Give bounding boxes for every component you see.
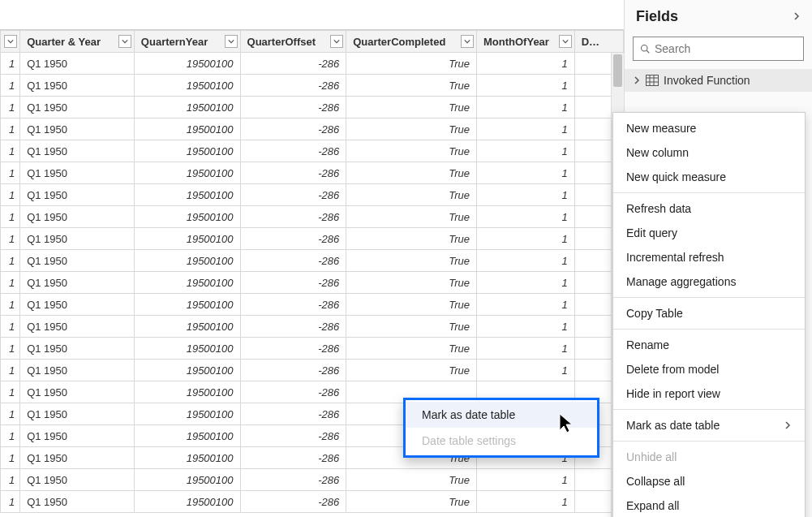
cell-quarter-completed[interactable]: True [346,316,477,338]
cell-month-of-year[interactable]: 1 [477,250,575,272]
cell-index[interactable]: 1 [1,228,20,250]
cell-quarter-year[interactable]: Q1 1950 [20,272,135,294]
cell-quarter-offset[interactable]: -286 [240,228,346,250]
cell-quarter-year[interactable]: Q1 1950 [20,206,135,228]
cell-quarter-offset[interactable]: -286 [240,403,346,425]
cell-quartern-year[interactable]: 19500100 [134,491,240,513]
table-row[interactable]: 1Q1 195019500100-286True1 [1,53,624,75]
menu-item-new-measure[interactable]: New measure [613,116,805,140]
cell-quarter-completed[interactable]: True [346,338,477,360]
cell-month-of-year[interactable]: 1 [477,294,575,316]
cell-index[interactable]: 1 [1,206,20,228]
cell-quartern-year[interactable]: 19500100 [134,75,240,97]
col-header-day-of[interactable]: DayOf [574,31,623,53]
submenu-mark-as-date-table[interactable]: Mark as date tableDate table settings [403,398,599,458]
table-row[interactable]: 1Q1 195019500100-286True1 [1,250,624,272]
cell-quartern-year[interactable]: 19500100 [134,469,240,491]
cell-quarter-year[interactable]: Q1 1950 [20,75,135,97]
cell-quarter-offset[interactable]: -286 [240,97,346,118]
cell-quarter-completed[interactable]: True [346,250,477,272]
cell-index[interactable]: 1 [1,184,20,206]
cell-quarter-offset[interactable]: -286 [240,272,346,294]
context-menu[interactable]: New measureNew columnNew quick measureRe… [612,112,806,517]
cell-quarter-year[interactable]: Q1 1950 [20,53,135,75]
cell-quarter-year[interactable]: Q1 1950 [20,162,135,184]
cell-index[interactable]: 1 [1,425,20,447]
cell-quartern-year[interactable]: 19500100 [134,184,240,206]
menu-item-copy-table[interactable]: Copy Table [613,301,805,325]
cell-month-of-year[interactable]: 1 [477,53,575,75]
menu-item-delete-from-model[interactable]: Delete from model [613,357,805,381]
table-row[interactable]: 1Q1 195019500100-286True1 [1,469,624,491]
cell-month-of-year[interactable]: 1 [477,360,575,381]
cell-quartern-year[interactable]: 19500100 [134,118,240,140]
cell-quarter-offset[interactable]: -286 [240,381,346,403]
filter-button[interactable] [461,35,474,48]
cell-month-of-year[interactable]: 1 [477,491,575,513]
filter-button[interactable] [4,35,17,48]
cell-month-of-year[interactable]: 1 [477,228,575,250]
cell-quarter-year[interactable]: Q1 1950 [20,403,135,425]
cell-quarter-offset[interactable]: -286 [240,53,346,75]
filter-button[interactable] [330,35,343,48]
cell-quarter-offset[interactable]: -286 [240,162,346,184]
cell-quarter-completed[interactable]: True [346,162,477,184]
submenu-item-mark-as-date-table[interactable]: Mark as date table [406,402,597,428]
cell-index[interactable]: 1 [1,53,20,75]
menu-item-refresh-data[interactable]: Refresh data [613,196,805,221]
table-row[interactable]: 1Q1 195019500100-286True1 [1,272,624,294]
cell-quarter-completed[interactable]: True [346,118,477,140]
cell-index[interactable]: 1 [1,403,20,425]
cell-quarter-year[interactable]: Q1 1950 [20,184,135,206]
cell-quarter-year[interactable]: Q1 1950 [20,338,135,360]
cell-index[interactable]: 1 [1,97,20,118]
cell-quarter-offset[interactable]: -286 [240,447,346,469]
cell-quarter-year[interactable]: Q1 1950 [20,469,135,491]
cell-quarter-year[interactable]: Q1 1950 [20,228,135,250]
cell-index[interactable]: 1 [1,272,20,294]
cell-month-of-year[interactable]: 1 [477,469,575,491]
cell-month-of-year[interactable]: 1 [477,272,575,294]
cell-index[interactable]: 1 [1,118,20,140]
cell-quartern-year[interactable]: 19500100 [134,97,240,118]
cell-quartern-year[interactable]: 19500100 [134,228,240,250]
search-box[interactable] [633,37,804,61]
cell-quartern-year[interactable]: 19500100 [134,381,240,403]
table-row[interactable]: 1Q1 195019500100-286True1 [1,75,624,97]
table-row[interactable]: 1Q1 195019500100-286True1 [1,316,624,338]
cell-quartern-year[interactable]: 19500100 [134,360,240,381]
cell-index[interactable]: 1 [1,162,20,184]
menu-item-collapse-all[interactable]: Collapse all [613,469,805,493]
table-row[interactable]: 1Q1 195019500100-286True1 [1,228,624,250]
table-row[interactable]: 1Q1 195019500100-286True1 [1,118,624,140]
cell-quartern-year[interactable]: 19500100 [134,294,240,316]
table-row[interactable]: 1Q1 195019500100-286True1 [1,140,624,162]
cell-quarter-year[interactable]: Q1 1950 [20,360,135,381]
menu-item-expand-all[interactable]: Expand all [613,493,805,517]
cell-quarter-offset[interactable]: -286 [240,469,346,491]
cell-quarter-completed[interactable]: True [346,491,477,513]
cell-quartern-year[interactable]: 19500100 [134,425,240,447]
cell-quarter-year[interactable]: Q1 1950 [20,425,135,447]
table-row[interactable]: 1Q1 195019500100-286True1 [1,97,624,118]
filter-button[interactable] [118,35,131,48]
cell-quarter-completed[interactable]: True [346,228,477,250]
cell-quarter-completed[interactable]: True [346,294,477,316]
cell-quarter-offset[interactable]: -286 [240,425,346,447]
chevron-right-icon[interactable] [793,11,801,23]
cell-quarter-year[interactable]: Q1 1950 [20,97,135,118]
cell-index[interactable]: 1 [1,469,20,491]
cell-quarter-completed[interactable]: True [346,360,477,381]
col-header-quarter-completed[interactable]: QuarterCompleted [346,31,477,53]
cell-month-of-year[interactable]: 1 [477,184,575,206]
table-row[interactable]: 1Q1 195019500100-286True1 [1,491,624,513]
table-row[interactable]: 1Q1 195019500100-286True1 [1,294,624,316]
table-row[interactable]: 1Q1 195019500100-286True1 [1,360,624,381]
cell-month-of-year[interactable]: 1 [477,75,575,97]
cell-month-of-year[interactable]: 1 [477,338,575,360]
col-header-quarter-year[interactable]: Quarter & Year [20,31,135,53]
col-header-quarter-offset[interactable]: QuarterOffset [240,31,346,53]
cell-month-of-year[interactable]: 1 [477,140,575,162]
cell-month-of-year[interactable]: 1 [477,118,575,140]
cell-quarter-completed[interactable]: True [346,272,477,294]
